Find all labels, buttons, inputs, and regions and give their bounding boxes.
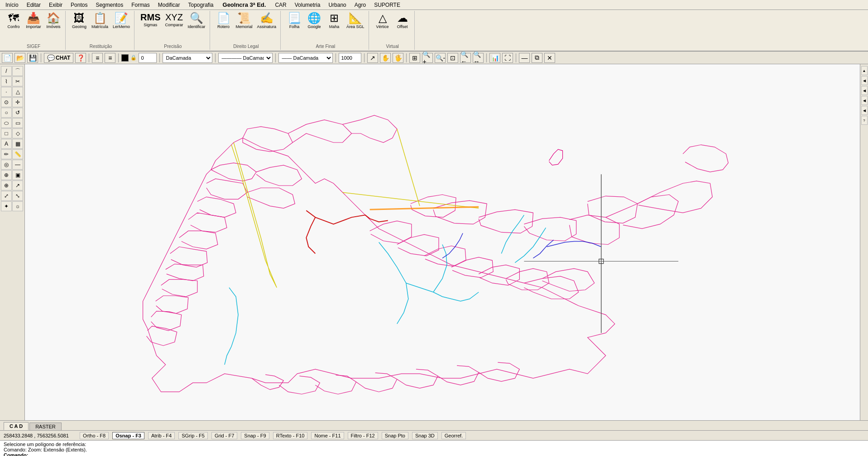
tool-rotate[interactable]: ↺ bbox=[12, 108, 23, 118]
status-ortho[interactable]: Ortho - F8 bbox=[80, 432, 109, 439]
right-btn-2[interactable]: ◀ bbox=[861, 76, 868, 85]
ribbon-btn-area[interactable]: 📐 Área SGL bbox=[345, 12, 366, 30]
menu-formas[interactable]: Formas bbox=[128, 1, 153, 9]
tab-raster[interactable]: RASTER bbox=[29, 423, 62, 430]
map-svg[interactable] bbox=[25, 64, 860, 420]
tool-ellipse[interactable]: ⬭ bbox=[1, 118, 12, 128]
zoom-win-btn[interactable]: ⊡ bbox=[447, 53, 458, 63]
tool-align[interactable]: ⤡ bbox=[12, 191, 23, 201]
status-snappto[interactable]: Snap Pto bbox=[382, 432, 408, 439]
restore-btn[interactable]: ⧉ bbox=[532, 53, 542, 63]
tool-rect[interactable]: ▭ bbox=[12, 118, 23, 128]
ribbon-btn-identificar[interactable]: 🔍 Identificar bbox=[187, 12, 207, 30]
thickness-input[interactable] bbox=[139, 53, 157, 63]
zoom-out-btn[interactable]: 🔍- bbox=[435, 53, 446, 63]
ribbon-btn-maha[interactable]: ⊞ Maha bbox=[325, 12, 343, 30]
menu-suporte[interactable]: SUPORTE bbox=[370, 1, 404, 9]
chat-button[interactable]: 💬 CHAT bbox=[44, 53, 73, 63]
tool-sun[interactable]: ☼ bbox=[12, 201, 23, 211]
ribbon-btn-importar[interactable]: 📥 Importar bbox=[24, 12, 43, 30]
tool-scale[interactable]: ⤢ bbox=[1, 191, 12, 201]
status-sgrip[interactable]: SGrip - F5 bbox=[178, 432, 208, 439]
tool-measure[interactable]: 📏 bbox=[12, 149, 23, 159]
right-btn-6[interactable]: ? bbox=[861, 116, 868, 125]
ribbon-btn-geoimg[interactable]: 🖼 GeoImg bbox=[70, 12, 88, 30]
fill-color-swatch[interactable] bbox=[121, 54, 129, 62]
tool-pencil[interactable]: ✏ bbox=[1, 149, 12, 159]
menu-exibir[interactable]: Exibir bbox=[45, 1, 66, 9]
snap-btn1[interactable]: ↗ bbox=[367, 53, 378, 63]
status-atrib[interactable]: Atrib - F4 bbox=[148, 432, 175, 439]
tool-cross[interactable]: ✛ bbox=[12, 97, 23, 107]
zoom-all-btn[interactable]: 🔍↔ bbox=[473, 53, 484, 63]
right-btn-1[interactable]: ▲ bbox=[861, 66, 868, 75]
tool-circle2[interactable]: ◎ bbox=[1, 160, 12, 170]
menu-modificar[interactable]: Modificar bbox=[154, 1, 184, 9]
right-btn-4[interactable]: ◀ bbox=[861, 96, 868, 105]
ribbon-btn-matricula[interactable]: 📋 Matrícula bbox=[90, 12, 110, 30]
zoom-prev-btn[interactable]: 🔍← bbox=[460, 53, 471, 63]
open-btn[interactable]: 📂 bbox=[14, 53, 25, 63]
menu-volumetria[interactable]: Volumetria bbox=[291, 1, 324, 9]
ribbon-btn-folha[interactable]: 📃 Folha bbox=[285, 12, 303, 30]
tab-cad[interactable]: C A D bbox=[4, 422, 29, 430]
menu-car[interactable]: CAR bbox=[271, 1, 290, 9]
ribbon-btn-confro[interactable]: 🗺 Confro bbox=[5, 12, 23, 30]
ribbon-btn-sigmas[interactable]: RMS Sigmas bbox=[139, 12, 162, 28]
cmd-prompt[interactable]: Comando: bbox=[4, 452, 864, 456]
menu-topografia[interactable]: Topografia bbox=[184, 1, 217, 9]
menu-urbano[interactable]: Urbano bbox=[325, 1, 350, 9]
status-snap[interactable]: Snap - F9 bbox=[241, 432, 269, 439]
menu-segmentos[interactable]: Segmentos bbox=[92, 1, 127, 9]
snap-btn2[interactable]: ✋ bbox=[380, 53, 391, 63]
zoom-in-btn[interactable]: 🔍+ bbox=[422, 53, 433, 63]
table-btn[interactable]: 📊 bbox=[489, 53, 500, 63]
tool-magnet[interactable]: ⊙ bbox=[1, 97, 12, 107]
menu-pontos[interactable]: Pontos bbox=[67, 1, 91, 9]
right-btn-5[interactable]: ◀ bbox=[861, 106, 868, 115]
close-btn[interactable]: ✕ bbox=[544, 53, 555, 63]
right-btn-3[interactable]: ◀ bbox=[861, 86, 868, 95]
ribbon-btn-memorial[interactable]: 📜 Memorial bbox=[235, 12, 254, 30]
minimize-btn[interactable]: — bbox=[519, 53, 530, 63]
ribbon-btn-lermemo[interactable]: 📝 LerMemo bbox=[111, 12, 131, 30]
status-filtro[interactable]: Filtro - F12 bbox=[348, 432, 378, 439]
layer-select-1[interactable]: DaCamada bbox=[163, 53, 212, 63]
ribbon-btn-vertice[interactable]: △ Vértice bbox=[374, 12, 392, 30]
status-grid[interactable]: Grid - F7 bbox=[211, 432, 237, 439]
tool-triangle[interactable]: △ bbox=[12, 87, 23, 97]
tool-circle1[interactable]: ○ bbox=[1, 108, 12, 118]
ribbon-btn-comparar[interactable]: XYZ Comparar bbox=[163, 12, 184, 28]
status-georref[interactable]: Georref. bbox=[441, 432, 466, 439]
tool-trim[interactable]: ✂ bbox=[12, 76, 23, 86]
layer-select-2[interactable]: ———— DaCamada bbox=[218, 53, 273, 63]
pan-btn[interactable]: 🖐 bbox=[393, 53, 403, 63]
tool-layers[interactable]: ⊕ bbox=[1, 170, 12, 180]
menu-agro[interactable]: Agro bbox=[351, 1, 369, 9]
tool-curve[interactable]: ⌇ bbox=[1, 76, 12, 86]
tool-move[interactable]: ↗ bbox=[12, 180, 23, 190]
status-osnap[interactable]: Osnap - F3 bbox=[112, 432, 144, 439]
layer-stack-btn[interactable]: ≡ bbox=[92, 53, 103, 63]
tool-hatch[interactable]: ▦ bbox=[12, 139, 23, 149]
fullscreen-btn[interactable]: ⛶ bbox=[502, 53, 513, 63]
layer-stack2-btn[interactable]: ≡ bbox=[105, 53, 115, 63]
ribbon-btn-imoveis[interactable]: 🏠 Imóveis bbox=[44, 12, 62, 30]
tool-diamond[interactable]: ◇ bbox=[12, 128, 23, 138]
tool-arc[interactable]: ⌒ bbox=[12, 66, 23, 76]
zoom-input[interactable] bbox=[339, 53, 361, 63]
ribbon-btn-rotero[interactable]: 📄 Rotero bbox=[215, 12, 233, 30]
tool-blocks[interactable]: ▣ bbox=[12, 170, 23, 180]
help-btn[interactable]: ❓ bbox=[75, 53, 86, 63]
menu-inicio[interactable]: Início bbox=[2, 1, 22, 9]
tool-dash[interactable]: — bbox=[12, 160, 23, 170]
menu-editar[interactable]: Editar bbox=[23, 1, 44, 9]
tool-point[interactable]: · bbox=[1, 87, 12, 97]
tool-line[interactable]: / bbox=[1, 66, 12, 76]
status-snap3d[interactable]: Snap 3D bbox=[412, 432, 438, 439]
layer-select-3[interactable]: —— DaCamada bbox=[278, 53, 333, 63]
ribbon-btn-assinatura[interactable]: ✍ Assinatura bbox=[256, 12, 278, 30]
canvas-area[interactable] bbox=[25, 64, 860, 420]
save-btn[interactable]: 💾 bbox=[27, 53, 38, 63]
ribbon-btn-offset[interactable]: ☁ Offset bbox=[393, 12, 412, 30]
